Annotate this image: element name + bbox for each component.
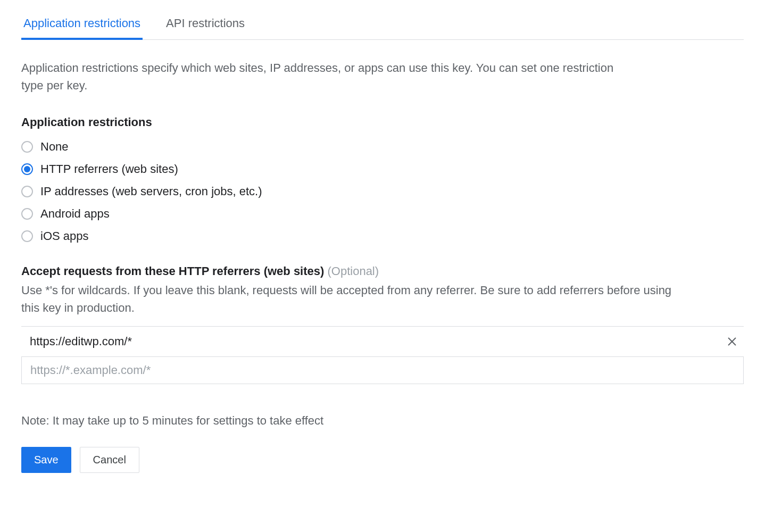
tab-api-restrictions[interactable]: API restrictions: [164, 11, 247, 40]
radio-icon: [21, 163, 33, 175]
page-description: Application restrictions specify which w…: [21, 59, 633, 94]
referrers-description: Use *'s for wildcards. If you leave this…: [21, 281, 686, 317]
radio-label: None: [40, 140, 69, 154]
radio-icon: [21, 186, 33, 197]
tabs-container: Application restrictions API restriction…: [21, 11, 744, 40]
save-button[interactable]: Save: [21, 447, 71, 473]
radio-option-ip-addresses[interactable]: IP addresses (web servers, cron jobs, et…: [21, 185, 744, 198]
referrers-heading-text: Accept requests from these HTTP referrer…: [21, 264, 324, 278]
radio-option-none[interactable]: None: [21, 140, 744, 154]
radio-icon: [21, 208, 33, 220]
radio-option-ios-apps[interactable]: iOS apps: [21, 229, 744, 243]
cancel-button[interactable]: Cancel: [80, 447, 139, 473]
application-restrictions-heading: Application restrictions: [21, 115, 744, 129]
tab-application-restrictions[interactable]: Application restrictions: [21, 11, 143, 40]
close-icon[interactable]: [725, 334, 739, 349]
radio-label: iOS apps: [40, 229, 89, 243]
referrers-section: Accept requests from these HTTP referrer…: [21, 264, 744, 384]
optional-tag: (Optional): [327, 264, 379, 278]
referrers-heading: Accept requests from these HTTP referrer…: [21, 264, 744, 278]
radio-option-android-apps[interactable]: Android apps: [21, 207, 744, 221]
radio-icon: [21, 230, 33, 242]
button-row: Save Cancel: [21, 447, 744, 473]
restriction-radio-group: None HTTP referrers (web sites) IP addre…: [21, 140, 744, 243]
referrer-value: https://editwp.com/*: [30, 335, 132, 348]
radio-label: HTTP referrers (web sites): [40, 162, 178, 176]
radio-label: IP addresses (web servers, cron jobs, et…: [40, 185, 262, 198]
referrer-row: https://editwp.com/*: [21, 327, 744, 356]
referrer-input[interactable]: [21, 356, 744, 384]
referrer-list: https://editwp.com/*: [21, 326, 744, 384]
radio-icon: [21, 141, 33, 153]
radio-label: Android apps: [40, 207, 110, 221]
settings-note: Note: It may take up to 5 minutes for se…: [21, 414, 744, 428]
radio-option-http-referrers[interactable]: HTTP referrers (web sites): [21, 162, 744, 176]
